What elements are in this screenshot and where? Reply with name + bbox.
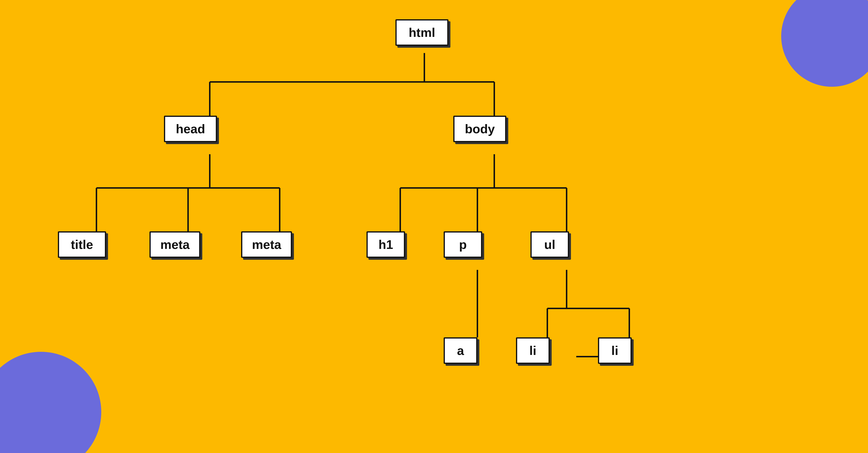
node-li2-label: li xyxy=(612,343,618,358)
node-body: body xyxy=(453,116,506,142)
tree-connector-lines xyxy=(0,0,868,453)
node-h1: h1 xyxy=(367,231,405,258)
node-meta1: meta xyxy=(150,231,200,258)
node-head: head xyxy=(164,116,217,142)
node-p: p xyxy=(444,231,482,258)
node-ul: ul xyxy=(530,231,569,258)
node-meta2-label: meta xyxy=(252,237,281,252)
node-meta2: meta xyxy=(241,231,292,258)
node-title-label: title xyxy=(71,237,93,252)
node-h1-label: h1 xyxy=(378,237,393,252)
node-p-label: p xyxy=(459,237,467,252)
node-a: a xyxy=(444,337,477,364)
node-html: html xyxy=(396,19,448,46)
node-html-label: html xyxy=(409,25,435,40)
node-title: title xyxy=(58,231,106,258)
node-body-label: body xyxy=(465,122,495,136)
node-a-label: a xyxy=(457,343,464,358)
node-ul-label: ul xyxy=(544,237,555,252)
node-head-label: head xyxy=(176,122,205,136)
node-li2: li xyxy=(598,337,632,364)
node-li1: li xyxy=(516,337,550,364)
node-meta1-label: meta xyxy=(160,237,189,252)
node-li1-label: li xyxy=(529,343,536,358)
